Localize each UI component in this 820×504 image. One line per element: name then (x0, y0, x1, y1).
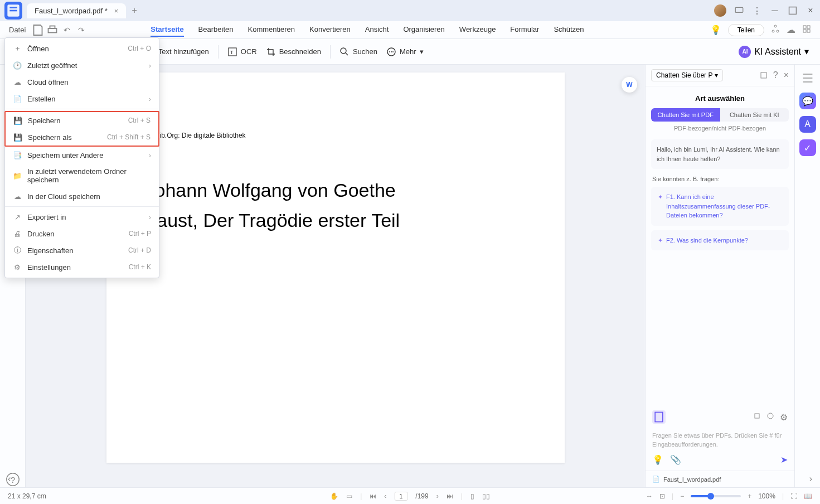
menu-recent[interactable]: 🕑 Zuletzt geöffnet › (5, 57, 159, 74)
close-panel-icon[interactable]: × (784, 70, 789, 80)
sliders-icon[interactable] (800, 70, 816, 86)
cloud-icon[interactable]: ☁ (787, 25, 795, 35)
crop-button[interactable]: Beschneiden (266, 47, 321, 57)
ai-chat-icon[interactable]: 💬 (799, 93, 816, 109)
ai-doc-icon[interactable] (652, 410, 666, 424)
settings-icon[interactable]: ⚙ (780, 412, 788, 423)
ai-suggestion-1[interactable]: ✦ F1. Kann ich eine Inhaltszusammenfassu… (651, 187, 789, 226)
lightbulb-icon[interactable]: 💡 (710, 25, 721, 35)
history-icon[interactable] (766, 412, 774, 422)
fit-width-icon[interactable]: ↔ (646, 492, 653, 500)
menu-properties[interactable]: ⓘ Eigenschaften Ctrl + D (5, 242, 159, 259)
last-page-icon[interactable]: ⏭ (447, 492, 453, 500)
comment-icon[interactable] (734, 6, 744, 16)
hand-tool-icon[interactable]: ✋ (330, 492, 338, 500)
zoom-in-icon[interactable]: + (748, 492, 751, 500)
page-total: /199 (415, 492, 428, 500)
tab-schuetzen[interactable]: Schützen (554, 23, 584, 37)
menu-create[interactable]: 📄 Erstellen › (5, 90, 159, 107)
ai-help-icon[interactable]: ? (773, 70, 778, 80)
redo-icon[interactable]: ↷ (75, 23, 88, 37)
new-tab-button[interactable]: + (132, 6, 137, 16)
single-page-icon[interactable]: ▯ (470, 492, 474, 500)
close-tab-icon[interactable]: × (114, 7, 119, 15)
fullscreen-icon[interactable]: ⛶ (790, 492, 797, 500)
ai-suggestion-2[interactable]: ✦ F2. Was sind die Kernpunkte? (651, 230, 789, 251)
tab-werkzeuge[interactable]: Werkzeuge (459, 23, 496, 37)
svg-rect-35 (755, 414, 759, 418)
page-number-input[interactable] (394, 492, 407, 501)
fit-page-icon[interactable]: ⊡ (659, 492, 665, 500)
menu-save-cloud[interactable]: ☁ In der Cloud speichern (5, 188, 159, 205)
ai-mode-ki[interactable]: Chatten Sie mit KI (720, 108, 789, 122)
tab-konvertieren[interactable]: Konvertieren (309, 23, 351, 37)
svg-rect-3 (735, 7, 743, 12)
zoom-out-icon[interactable]: − (680, 492, 684, 500)
menu-save-as[interactable]: 💾 Speichern als Ctrl + Shift + S (6, 129, 158, 146)
save-other-icon: 📑 (13, 151, 22, 159)
two-page-icon[interactable]: ▯▯ (482, 492, 490, 500)
send-icon[interactable]: ➤ (780, 454, 788, 465)
user-avatar[interactable] (714, 4, 726, 17)
maximize-icon[interactable] (788, 6, 798, 16)
help-icon[interactable]: ? (5, 472, 21, 487)
menu-export[interactable]: ↗ Exportiert in › (5, 209, 159, 225)
tab-ansicht[interactable]: Ansicht (365, 23, 389, 37)
menu-settings[interactable]: ⚙ Einstellungen Ctrl + K (5, 259, 159, 275)
ai-panel: Chatten Sie über P ▾ ? × Art auswählen C… (645, 65, 794, 487)
ai-input[interactable]: Fragen Sie etwas über PDFs. Drücken Sie … (646, 427, 794, 451)
search-button[interactable]: Suchen (339, 47, 377, 57)
expand-icon[interactable] (760, 70, 768, 80)
next-arrow-icon[interactable]: › (809, 474, 812, 484)
menu-print[interactable]: 🖨 Drucken Ctrl + P (5, 225, 159, 242)
print-qat-icon[interactable] (46, 23, 59, 37)
menu-cloud-open[interactable]: ☁ Cloud öffnen (5, 74, 159, 90)
ai-context-dropdown[interactable]: Chatten Sie über P ▾ (651, 69, 723, 81)
document-tab[interactable]: Faust_I_wordpad.pdf * × (27, 3, 126, 18)
menu-save[interactable]: 💾 Speichern Ctrl + S (6, 112, 158, 129)
more-button[interactable]: Mehr▾ (386, 47, 424, 57)
undo-icon[interactable]: ↶ (60, 23, 74, 37)
tab-startseite[interactable]: Startseite (151, 23, 183, 37)
prev-arrow-icon[interactable]: ‹ (8, 474, 11, 484)
close-window-icon[interactable]: × (806, 6, 816, 16)
ocr-label: OCR (241, 47, 257, 56)
ocr-button[interactable]: T OCR (227, 47, 257, 57)
bulb-icon[interactable]: 💡 (652, 454, 663, 465)
select-tool-icon[interactable]: ▭ (346, 492, 352, 500)
save-as-icon: 💾 (13, 133, 22, 142)
grid-icon[interactable] (802, 25, 811, 36)
ai-check-icon[interactable]: ✓ (799, 139, 816, 156)
ai-file-reference[interactable]: 📄 Faust_I_wordpad.pdf (646, 471, 794, 487)
more-icon[interactable]: ⋮ (752, 6, 762, 16)
menu-save-recent-folder[interactable]: 📁 In zuletzt verwendetem Ordner speicher… (5, 163, 159, 188)
next-page-icon[interactable]: › (436, 492, 439, 500)
svg-rect-4 (789, 7, 797, 14)
tab-formular[interactable]: Formular (510, 23, 539, 37)
sitemap-icon[interactable] (771, 25, 780, 36)
save-qat-icon[interactable] (31, 23, 45, 37)
ai-mode-pdf[interactable]: Chatten Sie mit PDF (651, 108, 720, 122)
ai-assistant-button[interactable]: AI KI Assistent▾ (739, 46, 809, 58)
search-label: Suchen (353, 47, 377, 56)
attach-icon[interactable]: 📎 (670, 454, 681, 465)
file-menu-button[interactable]: Datei (9, 26, 26, 34)
prev-page-icon[interactable]: ‹ (384, 492, 386, 500)
svg-rect-11 (807, 26, 810, 28)
share-button[interactable]: Teilen (728, 24, 764, 36)
copy-icon[interactable] (753, 412, 761, 422)
ai-translate-icon[interactable]: A (799, 116, 816, 133)
tab-bearbeiten[interactable]: Bearbeiten (198, 23, 234, 37)
read-mode-icon[interactable]: 📖 (804, 492, 812, 500)
word-badge-icon[interactable]: W (622, 77, 637, 93)
menu-open[interactable]: ＋ Öffnen Ctrl + O (5, 40, 159, 57)
minimize-icon[interactable]: ─ (770, 6, 780, 16)
first-page-icon[interactable]: ⏮ (370, 492, 376, 500)
menu-save-other[interactable]: 📑 Speichern unter Andere › (5, 147, 159, 163)
tab-organisieren[interactable]: Organisieren (403, 23, 444, 37)
svg-point-22 (391, 51, 392, 52)
zoom-slider[interactable] (691, 495, 741, 497)
sparkle-icon: ✦ (658, 236, 663, 245)
chevron-right-icon: › (149, 213, 151, 221)
tab-kommentieren[interactable]: Kommentieren (248, 23, 295, 37)
